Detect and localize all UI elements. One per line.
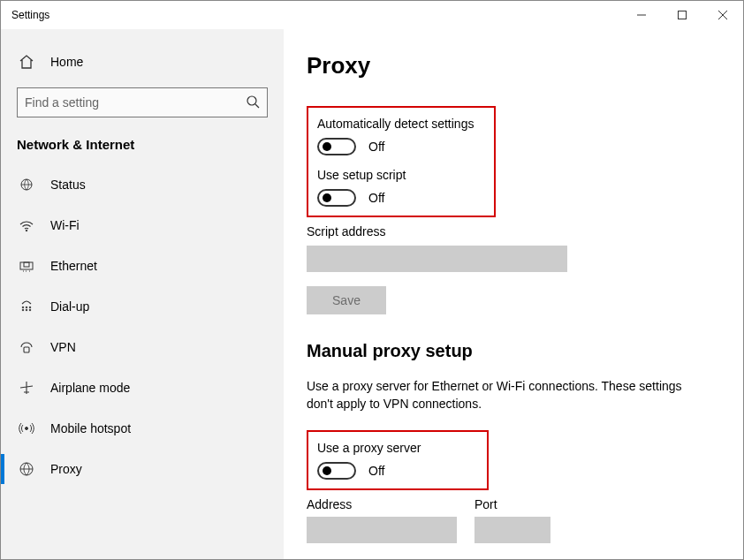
manual-section-title: Manual proxy setup [307, 341, 743, 361]
setup-script-state: Off [368, 191, 384, 205]
svg-point-13 [26, 428, 28, 430]
airplane-icon [17, 380, 36, 396]
svg-point-3 [26, 230, 27, 231]
proxy-icon [17, 461, 36, 477]
save-button: Save [307, 286, 386, 314]
sidebar: Home Network & Internet Status Wi-Fi E [1, 29, 284, 560]
svg-point-6 [22, 306, 24, 308]
nav-vpn-label: VPN [50, 340, 76, 354]
svg-point-1 [247, 96, 256, 105]
nav-ethernet-label: Ethernet [50, 259, 97, 273]
home-nav[interactable]: Home [1, 45, 284, 79]
maximize-button[interactable] [662, 1, 702, 29]
address-input [307, 517, 457, 543]
close-icon [718, 11, 727, 19]
nav-vpn[interactable]: VPN [1, 327, 284, 367]
setup-script-label: Use setup script [317, 168, 485, 182]
svg-point-10 [26, 309, 27, 311]
svg-point-9 [22, 309, 24, 311]
nav-dialup[interactable]: Dial-up [1, 286, 284, 327]
main-content: Proxy Automatically detect settings Off … [284, 29, 743, 560]
minimize-icon [637, 11, 646, 19]
script-address-input [307, 246, 567, 272]
search-icon [246, 95, 260, 111]
titlebar: Settings [1, 1, 743, 29]
home-label: Home [50, 55, 83, 69]
auto-detect-state: Off [368, 140, 384, 154]
search-input[interactable] [25, 95, 246, 110]
section-header: Network & Internet [1, 128, 284, 164]
nav-airplane-label: Airplane mode [50, 381, 130, 395]
nav-proxy-label: Proxy [50, 462, 82, 476]
svg-point-8 [29, 306, 31, 308]
maximize-icon [678, 11, 687, 19]
nav-proxy[interactable]: Proxy [1, 449, 284, 489]
nav-ethernet[interactable]: Ethernet [1, 246, 284, 286]
use-proxy-state: Off [368, 464, 384, 478]
svg-rect-0 [679, 11, 687, 19]
auto-setup-highlight: Automatically detect settings Off Use se… [307, 106, 496, 217]
nav-dialup-label: Dial-up [50, 299, 89, 314]
setup-script-toggle[interactable] [317, 189, 356, 207]
svg-rect-12 [24, 347, 29, 352]
nav-airplane[interactable]: Airplane mode [1, 367, 284, 408]
home-icon [17, 54, 36, 70]
manual-help-text: Use a proxy server for Ethernet or Wi-Fi… [307, 377, 695, 412]
ethernet-icon [17, 258, 36, 274]
port-input [474, 517, 550, 543]
minimize-button[interactable] [621, 1, 662, 29]
address-label: Address [307, 497, 457, 511]
hotspot-icon [17, 420, 36, 436]
svg-point-7 [26, 306, 27, 308]
use-proxy-label: Use a proxy server [317, 441, 478, 455]
vpn-icon [17, 339, 36, 355]
dialup-icon [17, 299, 36, 314]
status-icon [17, 177, 36, 193]
auto-detect-toggle[interactable] [317, 138, 356, 155]
close-button[interactable] [702, 1, 743, 29]
svg-rect-4 [20, 262, 33, 269]
script-address-label: Script address [307, 224, 743, 238]
nav-wifi-label: Wi-Fi [50, 218, 80, 232]
nav-wifi[interactable]: Wi-Fi [1, 205, 284, 246]
nav-status[interactable]: Status [1, 164, 284, 205]
svg-point-11 [29, 309, 31, 311]
window-title: Settings [1, 9, 49, 21]
port-label: Port [474, 497, 550, 511]
nav-hotspot-label: Mobile hotspot [50, 421, 131, 435]
nav-hotspot[interactable]: Mobile hotspot [1, 408, 284, 449]
search-box[interactable] [17, 87, 268, 117]
proxy-server-highlight: Use a proxy server Off [307, 430, 489, 490]
svg-rect-5 [24, 262, 29, 267]
use-proxy-toggle[interactable] [317, 462, 356, 480]
page-title: Proxy [307, 52, 743, 79]
wifi-icon [17, 217, 36, 233]
nav-status-label: Status [50, 178, 86, 192]
auto-detect-label: Automatically detect settings [317, 117, 485, 131]
